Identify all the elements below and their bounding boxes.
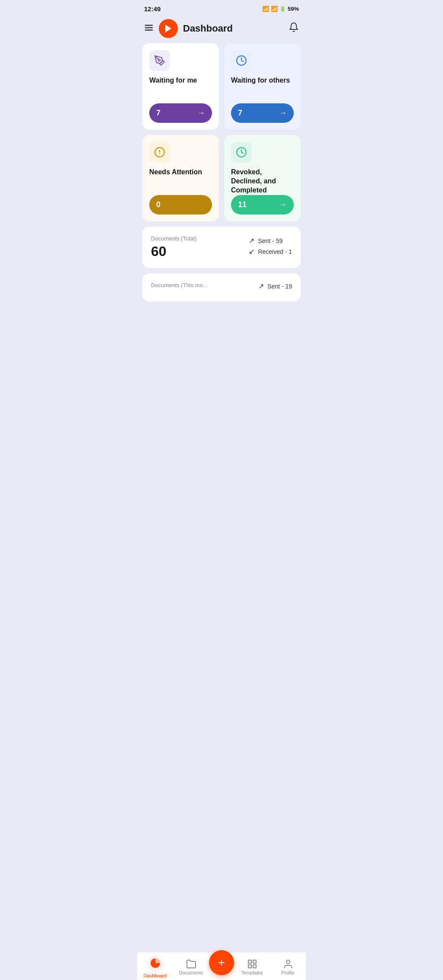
documents-total-content: Documents (Total) 60 ↗ Sent - 59 ↙ Recei… (151, 235, 292, 259)
hamburger-icon[interactable] (144, 23, 154, 35)
card-waiting-others[interactable]: Waiting for others 7 → (224, 43, 301, 130)
status-icons: 📶 📶 🔋 59% (262, 6, 299, 12)
card-needs-attention-count: 0 (156, 200, 161, 209)
clock-icon-revoked (236, 147, 247, 158)
month-sent-arrow-icon: ↗ (258, 282, 264, 290)
card-needs-attention-title: Needs Attention (149, 168, 212, 195)
card-revoked[interactable]: Revoked, Declined, and Completed 11 → (224, 135, 301, 221)
card-needs-attention-icon-wrapper (149, 142, 170, 163)
card-waiting-me[interactable]: Waiting for me 7 → (142, 43, 219, 130)
received-arrow-icon: ↙ (249, 247, 254, 256)
cards-grid: Waiting for me 7 → Waiting for others 7 … (142, 43, 301, 221)
battery-level: 59% (288, 6, 299, 12)
sent-arrow-icon: ↗ (249, 237, 254, 245)
documents-total-label: Documents (Total) (151, 235, 196, 242)
documents-received-row: ↙ Received - 1 (249, 247, 292, 256)
card-needs-attention[interactable]: Needs Attention 0 (142, 135, 219, 221)
documents-total-count: 60 (151, 243, 196, 259)
header: Dashboard (137, 16, 306, 43)
header-left: Dashboard (144, 19, 233, 38)
page-title: Dashboard (183, 23, 233, 34)
card-waiting-me-badge[interactable]: 7 → (149, 103, 212, 123)
documents-month-sent-label: Sent - 19 (267, 283, 292, 290)
card-waiting-me-count: 7 (156, 109, 161, 118)
documents-month-stats: ↗ Sent - 19 (258, 282, 292, 293)
svg-point-3 (158, 59, 160, 61)
app-logo (159, 19, 178, 38)
documents-month-card[interactable]: Documents (This mo... ↗ Sent - 19 (142, 273, 301, 301)
signal-icon: 📶 (271, 6, 278, 12)
documents-month-left: Documents (This mo... (151, 282, 208, 290)
card-revoked-title: Revoked, Declined, and Completed (231, 168, 294, 195)
documents-sent-row: ↗ Sent - 59 (249, 237, 292, 245)
pen-icon (154, 55, 165, 66)
bell-icon[interactable] (289, 22, 299, 35)
documents-received-label: Received - 1 (258, 248, 292, 255)
documents-total-stats: ↗ Sent - 59 ↙ Received - 1 (249, 237, 292, 258)
card-revoked-count: 11 (238, 200, 247, 209)
documents-month-sent-row: ↗ Sent - 19 (258, 282, 292, 290)
card-needs-attention-badge[interactable]: 0 (149, 195, 212, 215)
battery-icon: 🔋 (279, 6, 286, 12)
card-waiting-others-title: Waiting for others (231, 76, 294, 103)
clock-icon-others (236, 55, 247, 66)
card-waiting-others-badge[interactable]: 7 → (231, 103, 294, 123)
card-revoked-badge[interactable]: 11 → (231, 195, 294, 215)
documents-sent-label: Sent - 59 (258, 237, 282, 244)
status-time: 12:49 (144, 5, 161, 13)
card-revoked-icon-wrapper (231, 142, 252, 163)
card-waiting-me-title: Waiting for me (149, 76, 212, 103)
info-icon (154, 147, 165, 158)
card-revoked-arrow: → (279, 200, 287, 209)
card-waiting-me-arrow: → (197, 109, 205, 118)
card-waiting-others-icon-wrapper (231, 50, 252, 71)
status-bar: 12:49 📶 📶 🔋 59% (137, 0, 306, 16)
documents-total-card[interactable]: Documents (Total) 60 ↗ Sent - 59 ↙ Recei… (142, 227, 301, 268)
wifi-icon: 📶 (262, 6, 269, 12)
card-waiting-others-arrow: → (279, 109, 287, 118)
main-content: Waiting for me 7 → Waiting for others 7 … (137, 43, 306, 301)
documents-month-label: Documents (This mo... (151, 282, 208, 288)
documents-month-content: Documents (This mo... ↗ Sent - 19 (151, 282, 292, 293)
documents-total-left: Documents (Total) 60 (151, 235, 196, 259)
card-waiting-others-count: 7 (238, 109, 242, 118)
card-waiting-me-icon-wrapper (149, 50, 170, 71)
